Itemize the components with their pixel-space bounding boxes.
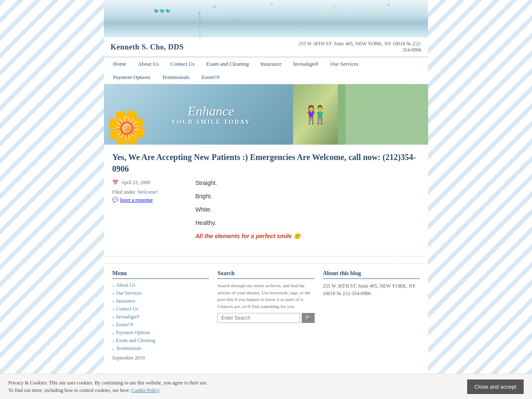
hero-flower-decoration: 🌼 <box>106 111 148 145</box>
nav-home[interactable]: Home <box>107 57 132 71</box>
post-layout: 📅 April 23, 2009 Filed under Welcome! 💬 … <box>112 180 420 243</box>
chevron-icon-5: » <box>112 315 114 319</box>
content-divider <box>104 256 428 256</box>
chevron-icon-3: » <box>112 299 114 303</box>
footer-menu-item-services[interactable]: » Our Services <box>112 290 209 296</box>
hero-section: 🌼 Enhance YOUR SMILE TODAY 👫 <box>104 84 428 145</box>
chevron-icon-9: » <box>112 346 114 351</box>
about-blog-text: 255 W 36TH ST. Suite 405, NEW YORK, NY 1… <box>323 282 420 297</box>
footer-menu-item-testimonials[interactable]: » Testimonials <box>112 345 209 352</box>
site-title: Kenneth S. Cho, DDS <box>111 43 184 52</box>
hero-enhance-text: Enhance <box>171 103 250 119</box>
footer-search-title: Search <box>217 270 314 279</box>
footer-menu-item-invisalign[interactable]: » Invisalign® <box>112 314 209 320</box>
site-header: Kenneth S. Cho, DDS 255 W 36TH ST. Suite… <box>104 37 428 57</box>
post-date-text: April 23, 2009 <box>121 180 150 186</box>
search-row: 🔍 <box>217 313 314 323</box>
footer-archive: September 2019 <box>112 355 209 361</box>
post-line-3: White. <box>195 206 420 213</box>
navigation: Home About Us Contact Us Exam and Cleani… <box>104 57 428 84</box>
search-description: Search through our entire archives, and … <box>217 282 314 310</box>
cookie-text: Privacy & Cookies: This site uses cookie… <box>8 379 208 394</box>
footer-menu-title: Menu <box>112 270 209 279</box>
post-title: Yes, We Are Accepting New Patients :) Em… <box>112 151 420 175</box>
hero-text: Enhance YOUR SMILE TODAY <box>171 103 250 126</box>
post-line-4: Healthy. <box>195 219 420 226</box>
nav-services[interactable]: Our Services <box>325 57 365 71</box>
nav-testimonials[interactable]: Testimonials <box>156 71 195 84</box>
post-line-2: Bright. <box>195 193 420 200</box>
post-date: 📅 April 23, 2009 <box>112 180 189 186</box>
nav-about[interactable]: About Us <box>132 57 165 71</box>
footer-menu-item-contact[interactable]: » Contact Us <box>112 306 209 312</box>
chevron-icon-2: » <box>112 291 114 296</box>
footer-menu-item-zoom[interactable]: » Zoom!® <box>112 322 209 328</box>
footer-menu-item-exam[interactable]: » Exam and Cleaning <box>112 337 209 344</box>
nav-invisalign[interactable]: Invisalign® <box>287 57 325 71</box>
chevron-icon-1: » <box>112 283 114 288</box>
chevron-icon-8: » <box>112 338 114 343</box>
search-input[interactable] <box>217 313 300 323</box>
footer-search-col: Search Search through our entire archive… <box>217 270 314 361</box>
nav-row-1: Home About Us Contact Us Exam and Cleani… <box>107 57 425 71</box>
footer-about-title: About this blog <box>323 270 420 279</box>
nav-zoom[interactable]: Zoom!® <box>195 71 226 84</box>
footer-menu-item-about[interactable]: » About Us <box>112 282 209 288</box>
cookie-bar: Privacy & Cookies: This site uses cookie… <box>0 374 532 399</box>
leave-response[interactable]: 💬 leave a response <box>112 197 189 203</box>
chevron-icon-6: » <box>112 323 114 327</box>
site-address: 255 W 36TH ST. Suite 405, NEW YORK, NY 1… <box>297 41 421 53</box>
footer-about-col: About this blog 255 W 36TH ST. Suite 405… <box>323 270 420 361</box>
footer-menu-item-payment[interactable]: » Payment Options <box>112 330 209 336</box>
hero-subtitle-text: YOUR SMILE TODAY <box>171 119 250 126</box>
hero-main-banner: 🌼 Enhance YOUR SMILE TODAY <box>104 84 293 145</box>
filed-under-link[interactable]: Welcome! <box>138 189 158 195</box>
cookie-policy-link[interactable]: Cookie Policy <box>131 387 160 393</box>
footer-columns: Menu » About Us » Our Services » Insuran… <box>104 263 428 368</box>
close-accept-button[interactable]: Close and accept <box>467 379 524 394</box>
filed-under: Filed under Welcome! <box>112 189 189 195</box>
decorative-birds: 🐦🐦🐦 <box>154 8 171 14</box>
nav-payment[interactable]: Payment Options <box>107 71 156 84</box>
post-highlight: All the elements for a perfect smile 🙂 <box>195 233 420 239</box>
comment-icon: 💬 <box>112 197 118 203</box>
main-content: Yes, We Are Accepting New Patients :) Em… <box>104 145 428 249</box>
footer-menu-col: Menu » About Us » Our Services » Insuran… <box>112 270 209 361</box>
hero-couple-photo: 👫 <box>293 84 338 145</box>
footer-menu-item-insurance[interactable]: » Insurance <box>112 298 209 304</box>
chevron-icon-4: » <box>112 307 114 311</box>
hero-green-block <box>345 84 428 145</box>
cookie-message: Privacy & Cookies: This site uses cookie… <box>8 380 208 393</box>
post-line-1: Straight. <box>195 180 420 186</box>
nav-insurance[interactable]: Insurance <box>255 57 288 71</box>
nav-exam[interactable]: Exam and Cleaning <box>200 57 255 71</box>
search-button[interactable]: 🔍 <box>302 313 315 323</box>
nav-contact[interactable]: Contact Us <box>165 57 200 71</box>
calendar-icon: 📅 <box>112 180 118 186</box>
nav-row-2: Payment Options Testimonials Zoom!® <box>107 71 425 84</box>
chevron-icon-7: » <box>112 330 114 335</box>
post-text-col: Straight. Bright. White. Healthy. All th… <box>195 180 420 243</box>
post-meta-col: 📅 April 23, 2009 Filed under Welcome! 💬 … <box>112 180 195 243</box>
hero-green-strip <box>338 84 345 145</box>
leave-response-link[interactable]: leave a response <box>120 197 153 203</box>
header-banner: ✦ ✦ ✦ ✦ ✦ ✦ ✦ ✦ ✦ ✦ ✦ 🐦🐦🐦 ⁎ <box>104 0 428 37</box>
